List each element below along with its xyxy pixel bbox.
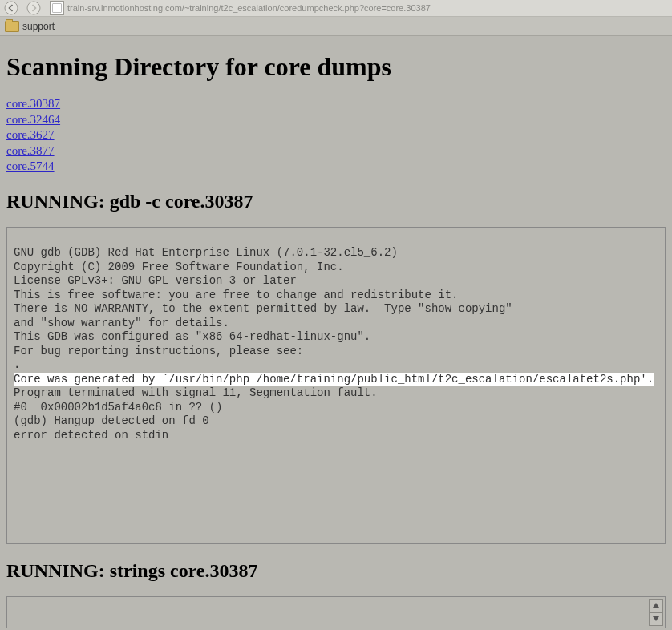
browser-toolbar: train-srv.inmotionhosting.com/~training/… xyxy=(0,0,672,17)
strings-output: CORE CORE xyxy=(6,596,666,628)
core-file-links: core.30387core.32464core.3627core.3877co… xyxy=(6,96,666,175)
forward-button[interactable] xyxy=(22,0,45,16)
gdb-heading: RUNNING: gdb -c core.30387 xyxy=(6,191,666,212)
chevron-up-icon xyxy=(653,603,659,608)
core-link[interactable]: core.5744 xyxy=(6,159,666,175)
chevron-down-icon xyxy=(653,616,659,621)
address-bar[interactable]: train-srv.inmotionhosting.com/~training/… xyxy=(67,3,672,13)
core-link[interactable]: core.30387 xyxy=(6,96,666,112)
scroll-down-button[interactable] xyxy=(649,612,663,626)
page-icon xyxy=(50,1,64,15)
scroll-up-button[interactable] xyxy=(649,599,663,612)
bookmark-folder-support[interactable]: support xyxy=(0,21,59,32)
svg-point-0 xyxy=(5,2,18,14)
page-title: Scanning Directory for core dumps xyxy=(6,52,666,82)
core-link[interactable]: core.3877 xyxy=(6,143,666,160)
bookmarks-bar: support xyxy=(0,17,672,36)
svg-point-1 xyxy=(27,2,40,14)
scrollbar[interactable] xyxy=(649,599,663,626)
bookmark-label: support xyxy=(22,21,55,32)
core-link[interactable]: core.3627 xyxy=(6,127,666,143)
arrow-right-icon xyxy=(26,1,41,15)
page-body: Scanning Directory for core dumps core.3… xyxy=(0,36,672,630)
back-button[interactable] xyxy=(0,0,22,16)
strings-heading: RUNNING: strings core.30387 xyxy=(6,560,666,582)
arrow-left-icon xyxy=(4,1,18,15)
folder-icon xyxy=(5,21,19,32)
core-link[interactable]: core.32464 xyxy=(6,112,666,128)
gdb-output: GNU gdb (GDB) Red Hat Enterprise Linux (… xyxy=(6,227,666,544)
